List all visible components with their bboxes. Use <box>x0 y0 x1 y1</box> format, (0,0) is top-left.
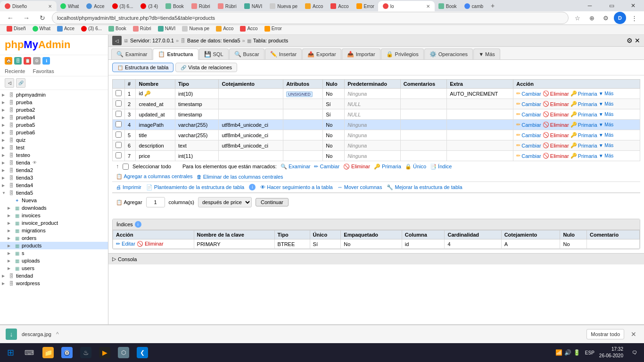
tab-close[interactable]: ✕ <box>48 4 52 9</box>
breadcrumb-table[interactable]: Tabla: products <box>253 38 289 43</box>
more-dropdown[interactable]: ▼ Más <box>599 112 614 117</box>
cambiar-link[interactable]: ✏ Cambiar <box>516 142 541 148</box>
show-all-button[interactable]: Mostrar todo <box>586 329 624 339</box>
tree-wordpress[interactable]: ▶ 🗄 wordpress <box>0 280 108 287</box>
bookmark-book[interactable]: Book <box>106 25 129 33</box>
primaria-link[interactable]: 🔑 Primaria <box>570 101 597 107</box>
sidebar-tree[interactable]: ▶ 🗄 phpmyadmin ▶ 🗄 prueba ▶ 🗄 prueba2 ▶ … <box>0 90 108 351</box>
fav-label[interactable]: Favoritas <box>33 68 54 74</box>
eliminar-link[interactable]: 🚫 Eliminar <box>543 90 569 97</box>
tree-test[interactable]: ▶ 🗄 test <box>0 144 108 151</box>
cambiar-link[interactable]: ✏ Cambiar <box>516 132 541 138</box>
tab-acco2[interactable]: Acco <box>327 1 352 11</box>
bookmark-diseno[interactable]: Diseñ <box>4 25 29 33</box>
planteamiento-link[interactable]: 📄 Planteamiento de la estructura de tabl… <box>146 184 244 190</box>
tree-products[interactable]: ▶ ▦ products <box>0 242 108 249</box>
more-dropdown[interactable]: ▼ Más <box>599 91 614 96</box>
download-expand-icon[interactable]: ^ <box>56 331 59 337</box>
tree-phpmyadmin[interactable]: ▶ 🗄 phpmyadmin <box>0 91 108 99</box>
tab-mas[interactable]: ▼ Más <box>473 49 500 59</box>
idx-editar-link[interactable]: ✏ Editar <box>116 241 135 247</box>
check-all-checkbox[interactable] <box>123 164 129 170</box>
tab-lo-active[interactable]: lo ✕ <box>378 1 435 11</box>
breadcrumb-server[interactable]: Servidor: 127.0.0.1 <box>130 38 174 43</box>
bookmark-acco2[interactable]: Acco <box>237 25 260 33</box>
tree-prueba[interactable]: ▶ 🗄 prueba <box>0 99 108 106</box>
cambiar-action[interactable]: ✏ Cambiar <box>314 164 339 170</box>
console-toggle-button[interactable]: ▷ Consola <box>112 256 137 262</box>
taskbar-steam-button[interactable]: ♨ <box>77 344 94 361</box>
tab-error[interactable]: Error <box>353 1 378 11</box>
primaria-link[interactable]: 🔑 Primaria <box>570 111 597 117</box>
forward-button[interactable]: → <box>20 11 33 25</box>
tab-examinar[interactable]: 🔍 Examinar <box>111 49 152 59</box>
row-checkbox[interactable] <box>113 140 125 151</box>
recent-label[interactable]: Reciente <box>5 68 25 74</box>
more-dropdown[interactable]: ▼ Más <box>599 101 614 107</box>
tab-buscar[interactable]: 🔍 Buscar <box>229 49 264 59</box>
unico-action[interactable]: 🔒 Único <box>405 164 426 170</box>
more-dropdown[interactable]: ▼ Más <box>599 153 614 158</box>
notification-button[interactable]: 🗨 <box>627 344 642 361</box>
eliminar-action[interactable]: 🚫 Eliminar <box>343 164 370 170</box>
primaria-link[interactable]: 🔑 Primaria <box>570 90 597 97</box>
row-checkbox[interactable] <box>113 130 125 140</box>
maximize-button[interactable]: ▭ <box>601 0 622 11</box>
eliminar-link[interactable]: 🚫 Eliminar <box>543 122 569 128</box>
tree-users[interactable]: ▶ ▦ users <box>0 264 108 272</box>
tab-rubri1[interactable]: Rúbri <box>188 1 214 11</box>
bookmark-acco1[interactable]: Acco <box>213 25 236 33</box>
row-checkbox[interactable] <box>113 99 125 109</box>
more-dropdown[interactable]: ▼ Más <box>599 122 614 127</box>
tab-what[interactable]: What <box>57 1 83 11</box>
tab-importar[interactable]: 📥 Importar <box>342 49 380 59</box>
bookmark-what[interactable]: What <box>30 25 53 33</box>
tree-tienda[interactable]: ▶ 🗄 tienda 👁 <box>0 159 108 166</box>
breadcrumb-database[interactable]: Base de datos: tienda5 <box>187 38 240 43</box>
row-checkbox[interactable] <box>113 120 125 130</box>
fullscreen-icon[interactable]: ✕ <box>635 37 640 44</box>
minimize-button[interactable]: ─ <box>579 0 601 11</box>
check-all-label[interactable]: Seleccionar todo <box>132 164 171 169</box>
indices-info-icon[interactable]: i <box>135 221 141 228</box>
pma-settings-icon[interactable]: ⚙ <box>33 57 41 65</box>
tab-operaciones[interactable]: ⚙️ Operaciones <box>424 49 473 59</box>
primaria-action[interactable]: 🔑 Primaria <box>374 164 401 170</box>
tree-s[interactable]: ▶ ▦ s <box>0 249 108 257</box>
back-button[interactable]: ← <box>4 11 17 25</box>
cambiar-link[interactable]: ✏ Cambiar <box>516 101 541 107</box>
tab-privilegios[interactable]: 🔒 Privilegios <box>381 49 424 59</box>
add-column-count-input[interactable] <box>146 197 165 207</box>
seguimiento-link[interactable]: 👁 Hacer seguimiento a la tabla <box>260 184 332 190</box>
tree-quiz[interactable]: ▶ 🗄 quiz <box>0 136 108 144</box>
bookmark-button[interactable]: ☆ <box>571 12 584 24</box>
tab-book2[interactable]: Book <box>435 1 461 11</box>
tab-diseno[interactable]: Diseño ✕ <box>0 1 57 11</box>
taskbar-dark-app-button[interactable]: ▶ <box>96 344 113 361</box>
continue-button[interactable]: Continuar <box>256 198 289 206</box>
taskbar-search-button[interactable]: ⌨ <box>21 344 38 361</box>
primaria-link[interactable]: 🔑 Primaria <box>570 153 597 159</box>
subtab-estructura-tabla[interactable]: 📋 Estructura de tabla <box>112 63 173 72</box>
tree-tienda2[interactable]: ▶ 🗄 tienda2 <box>0 166 108 174</box>
mejorar-estructura-link[interactable]: 🔧 Mejorar la estructura de tabla <box>387 184 462 190</box>
tree-tiendad[interactable]: ▶ 🗄 tiendad <box>0 272 108 280</box>
tab-close-active[interactable]: ✕ <box>426 4 430 9</box>
taskbar-chrome-button[interactable]: ◎ <box>58 344 75 361</box>
row-checkbox[interactable] <box>113 109 125 120</box>
tab-camb[interactable]: camb <box>461 1 487 11</box>
mover-columnas-link[interactable]: ↔ Mover columnas <box>338 184 382 190</box>
bookmark-rubri[interactable]: Rúbri <box>130 25 154 33</box>
download-close-button[interactable]: ✕ <box>629 330 638 338</box>
eliminar-link[interactable]: 🚫 Eliminar <box>543 132 569 138</box>
cambiar-link[interactable]: ✏ Cambiar <box>516 111 541 117</box>
idx-eliminar-link[interactable]: 🚫 Eliminar <box>137 241 164 247</box>
taskbar-start-button[interactable]: ⊞ <box>2 344 19 361</box>
bookmark-error[interactable]: Error <box>262 25 285 33</box>
profile-button[interactable]: D <box>614 12 626 24</box>
cambiar-link[interactable]: ✏ Cambiar <box>516 153 541 159</box>
tree-uploads[interactable]: ▶ ▦ uploads <box>0 257 108 264</box>
bookmark-navi[interactable]: NAVI <box>155 25 179 33</box>
settings-icon[interactable]: ⚙ <box>627 37 633 44</box>
address-bar[interactable]: localhost/phpmyadmin/tbl_structure.php?d… <box>52 12 569 24</box>
